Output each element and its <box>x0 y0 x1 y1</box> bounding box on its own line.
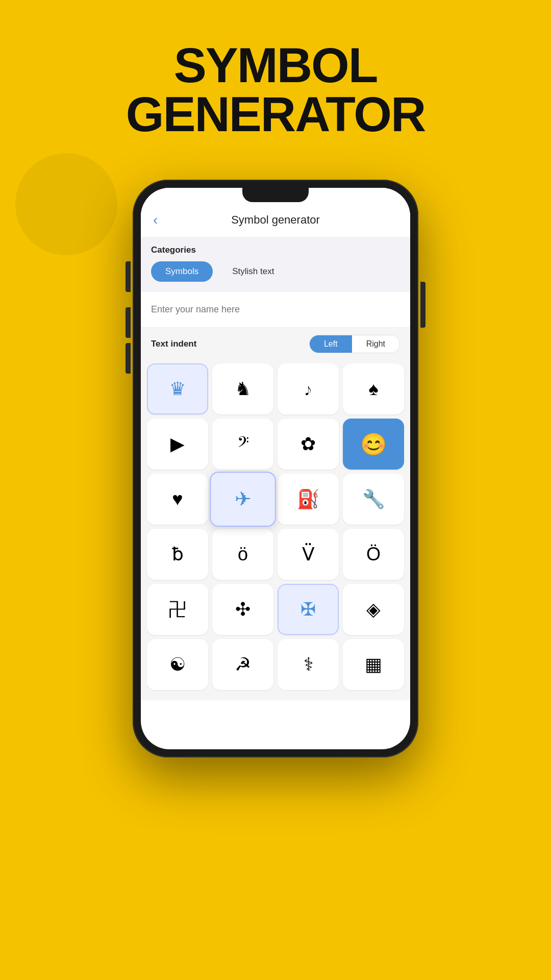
header-title: Symbol generator <box>231 213 320 227</box>
app-title: SYMBOL GENERATOR <box>126 41 425 139</box>
symbol-cell[interactable]: V̈ <box>278 529 339 580</box>
input-section <box>141 292 410 328</box>
symbol-cell[interactable]: ö <box>212 529 273 580</box>
symbol-cell[interactable]: ✿ <box>278 419 339 470</box>
symbol-cell[interactable]: ♞ <box>212 363 273 414</box>
symbol-cell[interactable]: ♛ <box>147 363 208 414</box>
symbol-cell[interactable]: ✈ <box>210 472 276 527</box>
phone-notch <box>242 188 309 202</box>
categories-tabs: Symbols Stylish text <box>151 261 400 282</box>
symbol-cell[interactable]: ☯ <box>147 639 208 690</box>
back-button[interactable]: ‹ <box>153 212 158 228</box>
symbol-cell[interactable]: ☭ <box>212 639 273 690</box>
phone-mockup: ‹ Symbol generator Categories Symbols St… <box>133 180 418 757</box>
symbol-cell[interactable]: ⚕ <box>278 639 339 690</box>
categories-label: Categories <box>151 245 400 255</box>
symbol-cell[interactable]: ƀ <box>147 529 208 580</box>
symbol-cell[interactable]: 𝆕 <box>278 363 339 414</box>
symbol-cell[interactable]: 😊 <box>343 419 404 470</box>
symbol-cell[interactable]: ✣ <box>212 584 273 635</box>
symbol-cell[interactable]: ▶ <box>147 419 208 470</box>
symbol-cell[interactable]: ⛽ <box>278 474 339 525</box>
indent-buttons: Left Right <box>309 335 400 353</box>
symbols-grid: ♛♞𝆕♠▶𝄢✿😊♥✈⛽🔧ƀöV̈Ö卍✣✠◈☯☭⚕▦ <box>141 358 410 700</box>
symbol-cell[interactable]: Ö <box>343 529 404 580</box>
tab-stylish-text[interactable]: Stylish text <box>218 261 288 282</box>
name-input[interactable] <box>151 300 400 319</box>
tab-symbols[interactable]: Symbols <box>151 261 213 282</box>
symbol-cell[interactable]: ◈ <box>343 584 404 635</box>
symbol-cell[interactable]: ♠ <box>343 363 404 414</box>
indent-left-button[interactable]: Left <box>310 335 352 353</box>
symbol-cell[interactable]: 𝄢 <box>212 419 273 470</box>
indent-right-button[interactable]: Right <box>352 335 399 353</box>
symbol-cell[interactable]: 🔧 <box>343 474 404 525</box>
symbol-cell[interactable]: ✠ <box>278 584 339 635</box>
indent-section: Text indent Left Right <box>141 328 410 358</box>
symbol-cell[interactable]: 卍 <box>147 584 208 635</box>
categories-section: Categories Symbols Stylish text <box>141 237 410 292</box>
symbol-cell[interactable]: ▦ <box>343 639 404 690</box>
indent-label: Text indent <box>151 339 196 349</box>
symbol-cell[interactable]: ♥ <box>147 474 208 525</box>
